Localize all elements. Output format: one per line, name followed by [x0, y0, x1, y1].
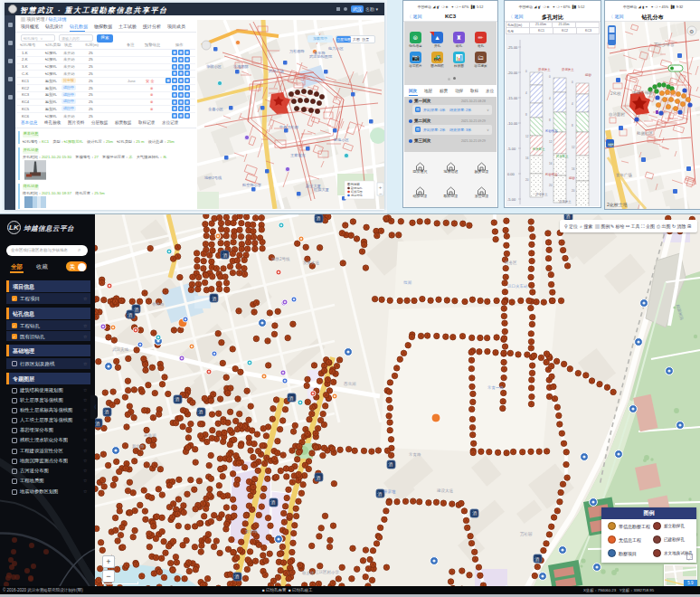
- svg-text:−: −: [379, 191, 383, 196]
- svg-text:常青路: 常青路: [409, 452, 421, 457]
- svg-text:⚙: ⚙: [689, 29, 694, 34]
- svg-text:青年路: 青年路: [245, 529, 258, 534]
- svg-text:酒: 酒: [212, 296, 217, 302]
- svg-text:酒: 酒: [222, 252, 228, 259]
- svg-text:航空路小学: 航空路小学: [242, 183, 262, 187]
- svg-text:建设大道: 建设大道: [436, 488, 454, 493]
- svg-text:酒: 酒: [175, 396, 180, 403]
- svg-text:12: 12: [572, 146, 575, 149]
- svg-text:酒: 酒: [104, 409, 109, 415]
- svg-text:万松园路: 万松园路: [289, 49, 305, 53]
- svg-text:青年路: 青年路: [314, 51, 326, 55]
- svg-text:酒: 酒: [198, 409, 203, 415]
- svg-text:商务区: 商务区: [505, 260, 517, 265]
- svg-text:江汉区村小学: 江汉区村小学: [315, 569, 340, 575]
- svg-text:酒: 酒: [128, 312, 133, 318]
- svg-text:周边环境: 周边环境: [351, 194, 364, 197]
- svg-text:淤泥质土: 淤泥质土: [562, 67, 574, 71]
- svg-text:取水楼: 取水楼: [302, 571, 315, 575]
- svg-text:酒: 酒: [316, 215, 321, 222]
- svg-text:新华路: 新华路: [132, 444, 145, 449]
- svg-text:12: 12: [549, 140, 553, 144]
- svg-text:地铁2号线: 地铁2号线: [203, 175, 222, 180]
- svg-text:发展大道: 发展大道: [303, 260, 320, 265]
- svg-text:华联小区: 华联小区: [206, 64, 222, 69]
- svg-text:酒: 酒: [234, 573, 240, 580]
- svg-text:粉质黏土: 粉质黏土: [556, 154, 569, 158]
- svg-text:万松少年宫: 万松少年宫: [654, 43, 675, 47]
- svg-text:地铁2号线: 地铁2号线: [270, 256, 290, 261]
- svg-text:淤泥质土: 淤泥质土: [559, 199, 572, 204]
- svg-text:航侧社区: 航侧社区: [637, 130, 654, 137]
- svg-text:统建千福园: 统建千福园: [632, 90, 653, 95]
- svg-text:粉质黏土: 粉质黏土: [533, 147, 545, 151]
- svg-text:+: +: [379, 185, 383, 190]
- svg-text:细砂: 细砂: [569, 176, 575, 180]
- svg-text:酒: 酒: [95, 421, 100, 427]
- svg-text:粉砂夹层: 粉砂夹层: [545, 128, 558, 133]
- svg-text:-5.00: -5.00: [507, 147, 516, 151]
- svg-text:🚌: 🚌: [608, 140, 615, 147]
- svg-text:20: 20: [572, 189, 575, 193]
- svg-text:范湖: 范湖: [403, 280, 412, 285]
- svg-text:16: 16: [572, 167, 575, 171]
- svg-text:西北湖: 西北湖: [344, 381, 356, 386]
- svg-text:-10.00: -10.00: [507, 121, 518, 126]
- svg-text:武汉天地: 武汉天地: [112, 347, 129, 352]
- svg-text:酒: 酒: [534, 556, 540, 563]
- svg-text:常青一路: 常青一路: [487, 385, 505, 390]
- svg-text:2化校士培: 2化校士培: [607, 202, 628, 208]
- svg-text:酒: 酒: [388, 461, 393, 468]
- svg-text:汉口火车站: 汉口火车站: [507, 284, 528, 289]
- svg-text:20: 20: [525, 178, 529, 182]
- svg-text:酒: 酒: [377, 491, 383, 498]
- svg-text:邮电小区: 邮电小区: [334, 137, 350, 142]
- svg-text:-5.00: -5.00: [507, 197, 516, 202]
- svg-text:-15.00: -15.00: [507, 96, 518, 100]
- svg-text:酒: 酒: [289, 395, 294, 402]
- svg-text:万松园: 万松园: [520, 532, 533, 536]
- svg-text:酒: 酒: [316, 475, 321, 481]
- svg-text:12: 12: [525, 135, 529, 138]
- svg-text:酒: 酒: [472, 510, 478, 516]
- svg-text:中奇万松园: 中奇万松园: [279, 125, 298, 129]
- svg-text:16: 16: [549, 162, 553, 166]
- svg-text:20: 20: [549, 184, 553, 187]
- svg-text:电力小区: 电力小区: [328, 46, 345, 51]
- svg-text:粉砂夹层: 粉砂夹层: [545, 172, 558, 176]
- svg-text:细砂: 细砂: [585, 73, 591, 77]
- svg-text:-20.00: -20.00: [507, 71, 518, 75]
- svg-text:淤泥质土: 淤泥质土: [535, 192, 548, 196]
- svg-text:-25.00: -25.00: [507, 45, 518, 50]
- svg-text:淤泥质土: 淤泥质土: [538, 67, 551, 71]
- svg-text:酒: 酒: [270, 499, 276, 506]
- svg-text:2化校: 2化校: [610, 90, 621, 96]
- svg-text:0.00: 0.00: [507, 172, 516, 176]
- svg-text:香港路: 香港路: [152, 301, 165, 307]
- svg-text:16: 16: [525, 156, 529, 160]
